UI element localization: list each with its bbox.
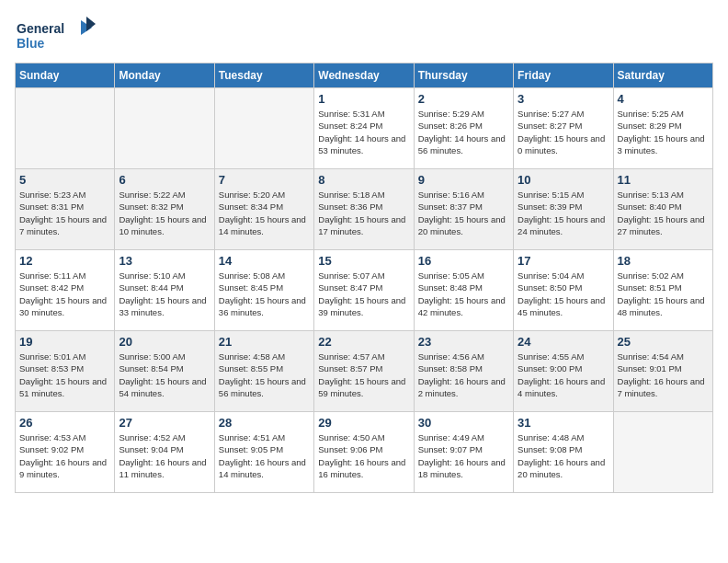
calendar-cell: 24Sunrise: 4:55 AM Sunset: 9:00 PM Dayli…	[514, 331, 613, 412]
day-info: Sunrise: 5:18 AM Sunset: 8:36 PM Dayligh…	[318, 189, 409, 237]
calendar-cell	[214, 88, 313, 169]
calendar-cell: 18Sunrise: 5:02 AM Sunset: 8:51 PM Dayli…	[613, 250, 712, 331]
header-wednesday: Wednesday	[314, 63, 414, 88]
calendar-cell: 22Sunrise: 4:57 AM Sunset: 8:57 PM Dayli…	[314, 331, 414, 412]
day-info: Sunrise: 4:49 AM Sunset: 9:07 PM Dayligh…	[418, 431, 509, 480]
day-number: 19	[19, 335, 110, 349]
calendar-cell: 16Sunrise: 5:05 AM Sunset: 8:48 PM Dayli…	[414, 250, 513, 331]
calendar-cell: 19Sunrise: 5:01 AM Sunset: 8:53 PM Dayli…	[16, 331, 115, 412]
calendar-cell: 28Sunrise: 4:51 AM Sunset: 9:05 PM Dayli…	[214, 412, 313, 493]
calendar-week-row: 5Sunrise: 5:23 AM Sunset: 8:31 PM Daylig…	[16, 169, 713, 250]
calendar-cell: 17Sunrise: 5:04 AM Sunset: 8:50 PM Dayli…	[514, 250, 613, 331]
day-number: 24	[518, 335, 609, 349]
day-number: 22	[318, 335, 409, 349]
calendar-cell: 4Sunrise: 5:25 AM Sunset: 8:29 PM Daylig…	[613, 88, 712, 169]
day-info: Sunrise: 5:15 AM Sunset: 8:39 PM Dayligh…	[518, 189, 609, 237]
day-number: 25	[618, 335, 709, 349]
calendar-cell: 31Sunrise: 4:48 AM Sunset: 9:08 PM Dayli…	[514, 412, 613, 493]
day-number: 14	[219, 254, 310, 268]
day-info: Sunrise: 5:29 AM Sunset: 8:26 PM Dayligh…	[418, 108, 509, 156]
day-number: 29	[318, 416, 409, 430]
day-number: 18	[618, 254, 709, 268]
calendar-cell	[115, 88, 214, 169]
day-info: Sunrise: 4:52 AM Sunset: 9:04 PM Dayligh…	[119, 431, 210, 480]
day-number: 12	[19, 254, 110, 268]
day-info: Sunrise: 4:56 AM Sunset: 8:58 PM Dayligh…	[418, 350, 509, 399]
day-number: 6	[119, 173, 210, 187]
day-number: 20	[119, 335, 210, 349]
day-info: Sunrise: 5:27 AM Sunset: 8:27 PM Dayligh…	[518, 108, 609, 156]
day-number: 4	[618, 92, 709, 106]
day-info: Sunrise: 4:57 AM Sunset: 8:57 PM Dayligh…	[318, 350, 409, 399]
day-number: 16	[418, 254, 509, 268]
day-number: 9	[418, 173, 509, 187]
calendar-cell: 23Sunrise: 4:56 AM Sunset: 8:58 PM Dayli…	[414, 331, 513, 412]
calendar-cell: 20Sunrise: 5:00 AM Sunset: 8:54 PM Dayli…	[115, 331, 214, 412]
day-number: 13	[119, 254, 210, 268]
day-number: 21	[219, 335, 310, 349]
calendar-cell: 25Sunrise: 4:54 AM Sunset: 9:01 PM Dayli…	[613, 331, 712, 412]
day-number: 2	[418, 92, 509, 106]
day-number: 3	[518, 92, 609, 106]
calendar-cell: 21Sunrise: 4:58 AM Sunset: 8:55 PM Dayli…	[214, 331, 313, 412]
day-number: 5	[19, 173, 110, 187]
calendar-cell: 27Sunrise: 4:52 AM Sunset: 9:04 PM Dayli…	[115, 412, 214, 493]
calendar-cell: 11Sunrise: 5:13 AM Sunset: 8:40 PM Dayli…	[613, 169, 712, 250]
calendar-cell: 2Sunrise: 5:29 AM Sunset: 8:26 PM Daylig…	[414, 88, 513, 169]
day-number: 26	[19, 416, 110, 430]
day-info: Sunrise: 5:11 AM Sunset: 8:42 PM Dayligh…	[19, 270, 110, 318]
calendar-cell: 26Sunrise: 4:53 AM Sunset: 9:02 PM Dayli…	[16, 412, 115, 493]
logo-svg: General Blue	[15, 15, 97, 55]
calendar-cell	[613, 412, 712, 493]
day-info: Sunrise: 5:16 AM Sunset: 8:37 PM Dayligh…	[418, 189, 509, 237]
day-info: Sunrise: 5:02 AM Sunset: 8:51 PM Dayligh…	[618, 270, 709, 318]
calendar-cell: 5Sunrise: 5:23 AM Sunset: 8:31 PM Daylig…	[16, 169, 115, 250]
day-number: 17	[518, 254, 609, 268]
calendar-cell: 13Sunrise: 5:10 AM Sunset: 8:44 PM Dayli…	[115, 250, 214, 331]
header-friday: Friday	[514, 63, 613, 88]
day-info: Sunrise: 4:58 AM Sunset: 8:55 PM Dayligh…	[219, 350, 310, 399]
day-info: Sunrise: 5:01 AM Sunset: 8:53 PM Dayligh…	[19, 350, 110, 399]
day-number: 8	[318, 173, 409, 187]
svg-marker-3	[86, 17, 96, 31]
page-header: General Blue	[15, 15, 713, 55]
day-number: 30	[418, 416, 509, 430]
calendar-cell: 7Sunrise: 5:20 AM Sunset: 8:34 PM Daylig…	[214, 169, 313, 250]
header-sunday: Sunday	[16, 63, 115, 88]
day-info: Sunrise: 5:25 AM Sunset: 8:29 PM Dayligh…	[618, 108, 709, 156]
calendar-cell	[16, 88, 115, 169]
day-number: 28	[219, 416, 310, 430]
day-info: Sunrise: 5:00 AM Sunset: 8:54 PM Dayligh…	[119, 350, 210, 399]
day-number: 11	[618, 173, 709, 187]
day-info: Sunrise: 4:55 AM Sunset: 9:00 PM Dayligh…	[518, 350, 609, 399]
header-tuesday: Tuesday	[214, 63, 313, 88]
day-info: Sunrise: 4:50 AM Sunset: 9:06 PM Dayligh…	[318, 431, 409, 480]
calendar-week-row: 12Sunrise: 5:11 AM Sunset: 8:42 PM Dayli…	[16, 250, 713, 331]
day-number: 27	[119, 416, 210, 430]
calendar-week-row: 19Sunrise: 5:01 AM Sunset: 8:53 PM Dayli…	[16, 331, 713, 412]
logo: General Blue	[15, 15, 97, 55]
day-number: 7	[219, 173, 310, 187]
day-info: Sunrise: 5:05 AM Sunset: 8:48 PM Dayligh…	[418, 270, 509, 318]
calendar-cell: 3Sunrise: 5:27 AM Sunset: 8:27 PM Daylig…	[514, 88, 613, 169]
day-number: 15	[318, 254, 409, 268]
day-number: 31	[518, 416, 609, 430]
calendar-cell: 14Sunrise: 5:08 AM Sunset: 8:45 PM Dayli…	[214, 250, 313, 331]
calendar-cell: 8Sunrise: 5:18 AM Sunset: 8:36 PM Daylig…	[314, 169, 414, 250]
day-info: Sunrise: 5:08 AM Sunset: 8:45 PM Dayligh…	[219, 270, 310, 318]
calendar-cell: 9Sunrise: 5:16 AM Sunset: 8:37 PM Daylig…	[414, 169, 513, 250]
calendar-week-row: 1Sunrise: 5:31 AM Sunset: 8:24 PM Daylig…	[16, 88, 713, 169]
day-info: Sunrise: 4:54 AM Sunset: 9:01 PM Dayligh…	[618, 350, 709, 399]
calendar-cell: 15Sunrise: 5:07 AM Sunset: 8:47 PM Dayli…	[314, 250, 414, 331]
day-info: Sunrise: 5:04 AM Sunset: 8:50 PM Dayligh…	[518, 270, 609, 318]
day-info: Sunrise: 4:48 AM Sunset: 9:08 PM Dayligh…	[518, 431, 609, 480]
calendar-cell: 10Sunrise: 5:15 AM Sunset: 8:39 PM Dayli…	[514, 169, 613, 250]
calendar-cell: 29Sunrise: 4:50 AM Sunset: 9:06 PM Dayli…	[314, 412, 414, 493]
header-thursday: Thursday	[414, 63, 513, 88]
day-info: Sunrise: 5:31 AM Sunset: 8:24 PM Dayligh…	[318, 108, 409, 156]
day-number: 1	[318, 92, 409, 106]
day-number: 10	[518, 173, 609, 187]
day-info: Sunrise: 4:53 AM Sunset: 9:02 PM Dayligh…	[19, 431, 110, 480]
day-info: Sunrise: 5:10 AM Sunset: 8:44 PM Dayligh…	[119, 270, 210, 318]
day-info: Sunrise: 4:51 AM Sunset: 9:05 PM Dayligh…	[219, 431, 310, 480]
